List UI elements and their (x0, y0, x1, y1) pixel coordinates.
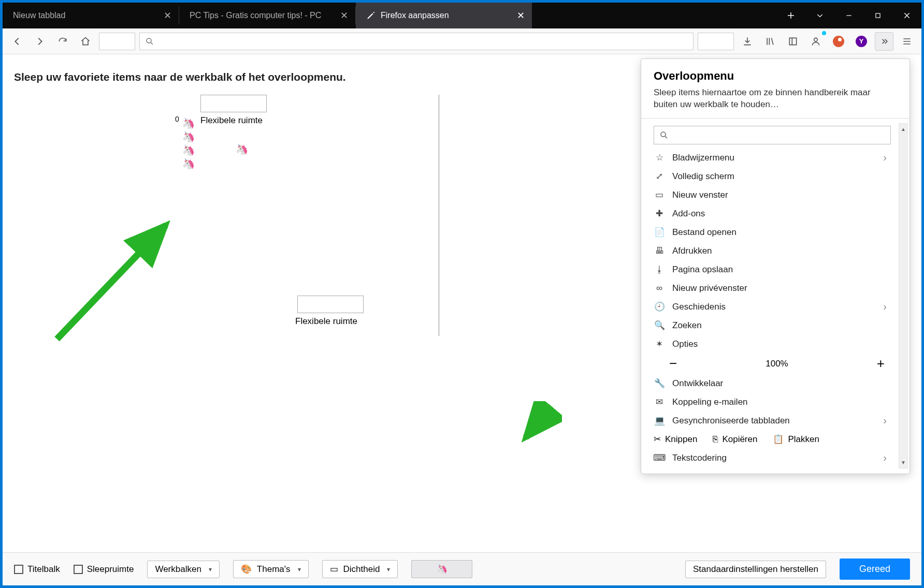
url-bar[interactable] (139, 33, 694, 50)
checkbox-titlebar[interactable]: Titelbalk (14, 564, 60, 575)
clipboard-icon: 📋 (773, 434, 784, 445)
close-icon[interactable]: ✕ (517, 10, 525, 21)
menuitem-label: Zoeken (672, 320, 702, 331)
close-icon[interactable]: ✕ (164, 10, 171, 21)
zoom-out-button[interactable]: − (669, 356, 677, 372)
menuitem-new-window[interactable]: ▭Nieuw venster (654, 186, 905, 204)
chevron-down-icon: ▾ (387, 566, 390, 573)
svg-text:🦄: 🦄 (182, 117, 195, 129)
copy-icon: ⎘ (713, 434, 718, 445)
menuitem-bookmarks[interactable]: ☆Bladwijzermenu› (654, 149, 905, 167)
button-label: Dichtheid (343, 564, 380, 575)
chevron-down-icon: ▾ (209, 566, 212, 573)
tab-customize[interactable]: Firefox aanpassen ✕ (356, 3, 532, 28)
theme-icon: 🎨 (241, 564, 252, 575)
tab-new[interactable]: Nieuw tabblad ✕ (3, 3, 179, 28)
panel-title: Overloopmenu (654, 69, 905, 83)
menuitem-email-link[interactable]: ✉Koppeling e-mailen (654, 393, 905, 411)
panel-search[interactable] (654, 126, 891, 144)
nav-toolbar: Y (3, 28, 921, 54)
restore-defaults-button[interactable]: Standaardinstellingen herstellen (685, 561, 826, 578)
forward-button[interactable] (31, 32, 49, 51)
profile-button[interactable]: Y (852, 32, 871, 51)
menuitem-synced-tabs[interactable]: 💻Gesynchroniseerde tabbladen› (654, 411, 905, 430)
menuitem-copy[interactable]: ⎘Kopiëren (713, 434, 757, 445)
whimsy-button[interactable]: 🦄 (411, 560, 472, 578)
svg-point-3 (814, 38, 818, 41)
unicorn-icon: 🦄 (437, 564, 447, 575)
window-minimize-button[interactable] (834, 3, 863, 28)
menuitem-label: Volledig scherm (672, 171, 734, 182)
chevron-down-icon: ▾ (298, 566, 301, 573)
menuitem-label: Koppeling e-mailen (672, 397, 748, 407)
menuitem-label: Knippen (665, 434, 697, 445)
done-button[interactable]: Gereed (840, 558, 910, 580)
reload-button[interactable] (53, 32, 72, 51)
firefox-account-button[interactable] (806, 32, 825, 51)
density-icon: ▭ (330, 564, 338, 575)
scrollbar[interactable]: ▲▼ (899, 123, 908, 468)
menuitem-options[interactable]: ✶Opties (654, 335, 905, 354)
unicorn-icon[interactable]: 🦄 (182, 130, 196, 143)
zoom-in-button[interactable]: + (877, 356, 885, 372)
menuitem-addons[interactable]: ✚Add-ons (654, 204, 905, 223)
unicorn-icon[interactable]: 🦄 (182, 143, 196, 157)
wrench-icon: 🔧 (654, 378, 665, 389)
app-menu-button[interactable] (898, 32, 916, 51)
checkbox-dragspace[interactable]: Sleepruimte (74, 564, 134, 575)
menuitem-private-window[interactable]: ∞Nieuw privévenster (654, 279, 905, 298)
search-icon (145, 37, 154, 46)
menuitem-save-page[interactable]: ⭳Pagina opslaan (654, 260, 905, 279)
toolbar-spacer[interactable] (698, 33, 734, 50)
new-tab-button[interactable] (776, 3, 805, 28)
menuitem-text-encoding[interactable]: ⌨Tekstcodering› (654, 449, 905, 467)
tab-pctips[interactable]: PC Tips - Gratis computer tips! - PC ✕ (179, 3, 355, 28)
checkbox-label: Titelbalk (27, 564, 60, 575)
menuitem-label: Geschiedenis (672, 302, 726, 312)
chevron-right-icon: › (883, 301, 887, 313)
button-label: Thema's (257, 564, 291, 575)
overflow-button[interactable] (875, 32, 893, 51)
badge-count: 0 (175, 115, 179, 123)
density-dropdown[interactable]: ▭Dichtheid▾ (322, 560, 398, 578)
print-icon: 🖶 (654, 246, 665, 256)
themes-dropdown[interactable]: 🎨Thema's▾ (233, 560, 309, 578)
window-close-button[interactable] (892, 3, 921, 28)
svg-text:🦄: 🦄 (182, 144, 195, 156)
toolbar-spacer[interactable] (99, 33, 135, 50)
unicorn-icon[interactable]: 🦄 (182, 157, 196, 170)
extension-duckduckgo-button[interactable] (829, 32, 848, 51)
menuitem-paste[interactable]: 📋Plakken (773, 434, 819, 445)
unicorn-icon[interactable]: 🦄 (182, 116, 196, 130)
menuitem-search[interactable]: 🔍Zoeken (654, 316, 905, 335)
menuitem-label: Add-ons (672, 209, 705, 219)
close-icon[interactable]: ✕ (340, 10, 348, 21)
downloads-button[interactable] (738, 32, 757, 51)
menuitem-print[interactable]: 🖶Afdrukken (654, 242, 905, 260)
menuitem-developer[interactable]: 🔧Ontwikkelaar (654, 374, 905, 393)
annotation-arrow (515, 401, 562, 448)
home-button[interactable] (76, 32, 95, 51)
sidebar-button[interactable] (784, 32, 802, 51)
puzzle-icon: ✚ (654, 208, 665, 219)
button-label: Gereed (859, 564, 890, 574)
unicorn-icon[interactable]: 🦄 (236, 142, 249, 156)
search-icon: 🔍 (654, 320, 665, 331)
menuitem-history[interactable]: 🕘Geschiedenis› (654, 298, 905, 316)
menuitem-label: Afdrukken (672, 246, 712, 256)
gear-icon: ✶ (654, 339, 665, 349)
library-button[interactable] (761, 32, 779, 51)
window-maximize-button[interactable] (863, 3, 892, 28)
tab-label: Firefox aanpassen (381, 11, 449, 20)
menuitem-cut[interactable]: ✂Knippen (654, 434, 697, 445)
flexible-space-item[interactable] (200, 95, 267, 112)
menuitem-label: Opties (672, 339, 698, 349)
toolbars-dropdown[interactable]: Werkbalken▾ (147, 561, 219, 578)
menuitem-label: Nieuw privévenster (672, 283, 747, 293)
menuitem-open-file[interactable]: 📄Bestand openen (654, 223, 905, 242)
instruction-text: Sleep uw favoriete items naar de werkbal… (14, 71, 346, 83)
tabs-dropdown-button[interactable] (805, 3, 834, 28)
back-button[interactable] (8, 32, 26, 51)
flexible-space-item[interactable] (297, 296, 364, 313)
menuitem-fullscreen[interactable]: ⤢Volledig scherm (654, 167, 905, 186)
